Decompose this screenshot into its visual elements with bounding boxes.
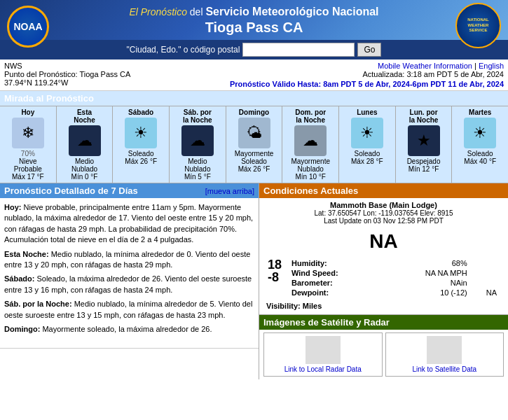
day-temp-2: Máx 26 °F	[114, 158, 168, 165]
left-panel: Pronóstico Detallado de 7 Días [mueva ar…	[0, 183, 259, 379]
day-desc-1: MedioNublado	[57, 158, 112, 173]
sat-img-0	[306, 336, 341, 364]
period-name-1: Esta Noche:	[4, 250, 49, 258]
nws-circle-icon: NATIONALWEATHERSERVICE	[455, 3, 501, 48]
english-link[interactable]: English	[479, 62, 504, 70]
forecast-day-3: Sáb. porla Noche ☁ MedioNublado Mín 5 °F	[170, 106, 226, 183]
valid-label: Pronóstico Válido Hasta:	[230, 80, 321, 88]
day-icon-7: ★	[408, 125, 440, 156]
forecast-period-1: Esta Noche: Medio nublado, la mínima alr…	[4, 249, 254, 271]
day-name-5: Dom. porla Noche	[283, 108, 338, 124]
del-text: del	[190, 6, 203, 18]
station-elev: 8915	[437, 209, 453, 217]
search-input[interactable]	[242, 43, 355, 57]
forecast-day-5: Dom. porla Noche ☁ MayormenteNublado Mín…	[282, 106, 339, 183]
forecast-point: Punto del Pronóstico: Tioga Pass CA	[4, 70, 130, 78]
service-name: Servicio Meteorológico Nacional	[205, 6, 378, 18]
barometer-label: Barometer:	[289, 278, 383, 288]
forecast-section-header: Mirada al Pronóstico	[0, 91, 508, 106]
day-temp-3: Mín 5 °F	[170, 173, 225, 181]
station-name: Mammoth Base (Main Lodge)	[263, 201, 504, 209]
detailed-forecast: Hoy: Nieve probable, principalmente entr…	[0, 198, 259, 349]
satellite-link-box-1: Link to Satellite Data	[385, 332, 504, 377]
temp-lo: -8	[268, 271, 282, 284]
visibility-unit: Miles	[303, 302, 322, 310]
main-content: Pronóstico Detallado de 7 Días [mueva ar…	[0, 183, 508, 379]
updated-info: Actualizada: 3:18 am PDT 5 de Abr, 2024	[230, 70, 504, 78]
station-lon: -119.037654	[378, 209, 418, 217]
day-desc-8: Soleado	[453, 150, 507, 158]
day-name-0: Hoy	[1, 108, 55, 116]
updated-value: 3:18 am PDT 5 de Abr, 2024	[406, 70, 504, 78]
day-name-2: Sábado	[114, 108, 168, 116]
humidity-row: Humidity: 68%	[289, 258, 500, 268]
forecast-day-1: EstaNoche ☁ MedioNublado Mín 0 °F	[57, 106, 114, 183]
sat-link-1[interactable]: Link to Satellite Data	[412, 365, 476, 373]
dewpoint-label: Dewpoint:	[289, 288, 383, 298]
detailed-header-text: Pronóstico Detallado de 7 Días	[4, 186, 138, 196]
noaa-logo: NOAA	[7, 6, 49, 48]
conditions-table-wrap: Humidity: 68% Wind Speed: NA NA MPH Baro…	[289, 258, 500, 298]
mueva-link[interactable]: [mueva arriba]	[205, 187, 254, 195]
current-conditions-header: Condiciones Actuales	[259, 183, 508, 198]
temp-row: 18 -8 Humidity: 68% Wind Speed: NA NA MP…	[263, 255, 504, 300]
info-links: Mobile Weather Information | English	[230, 62, 504, 70]
day-icon-5: ☁	[294, 125, 327, 156]
forecast-day-0: Hoy ❄ 70% NieveProbable Máx 17 °F	[0, 106, 57, 183]
point-label: Punto del Pronóstico:	[4, 70, 78, 78]
visibility-row: Visibility: Miles	[263, 300, 504, 312]
forecast-period-0: Hoy: Nieve probable, principalmente entr…	[4, 202, 254, 246]
current-conditions: Mammoth Base (Main Lodge) Lat: 37.650547…	[259, 198, 508, 314]
day-name-6: Lunes	[340, 108, 394, 116]
search-bar: "Ciudad, Edo." o código postal Go	[0, 40, 508, 59]
day-temp-8: Máx 40 °F	[453, 158, 507, 165]
info-left: NWS Punto del Pronóstico: Tioga Pass CA …	[4, 62, 130, 87]
day-desc-3: MedioNublado	[170, 158, 225, 173]
period-name-4: Domingo:	[4, 325, 40, 333]
mobile-weather-link[interactable]: Mobile Weather Information	[378, 62, 472, 70]
satellite-header: Imágenes de Satélite y Radar	[259, 315, 508, 330]
right-panel: Condiciones Actuales Mammoth Base (Main …	[259, 183, 508, 379]
day-desc-5: MayormenteNublado	[283, 158, 338, 173]
wind-value: NA NA MPH	[383, 268, 469, 278]
day-name-4: Domingo	[227, 108, 282, 116]
forecast-period-3: Sáb. por la Noche: Medio nublado, la mín…	[4, 299, 254, 321]
info-right: Mobile Weather Information | English Act…	[230, 62, 504, 88]
na-main: NA	[263, 227, 504, 255]
coords: 37.94°N 119.24°W	[4, 78, 130, 87]
forecast-period-4: Domingo: Mayormente soleado, la máxima a…	[4, 324, 254, 335]
day-name-8: Martes	[453, 108, 507, 116]
search-button[interactable]: Go	[357, 43, 381, 57]
forecast-day-4: Domingo 🌤 MayormenteSoleado Máx 26 °F	[226, 106, 283, 183]
forecast-period-2: Sábado: Soleado, la máxima alrededor de …	[4, 274, 254, 295]
updated-label: Actualizada:	[362, 70, 404, 78]
valid-value: 8am PDT 5 de Abr, 2024-6pm PDT 11 de Abr…	[323, 80, 504, 88]
day-icon-0: ❄	[12, 118, 44, 148]
noaa-text: NOAA	[13, 21, 42, 32]
period-name-0: Hoy:	[4, 203, 21, 211]
day-temp-7: Mín 12 °F	[397, 165, 451, 173]
header-subtitle: El Pronóstico del Servicio Meteorológico…	[7, 6, 501, 18]
day-temp-6: Máx 28 °F	[340, 158, 394, 165]
period-name-3: Sáb. por la Noche:	[4, 300, 72, 308]
day-desc-6: Soleado	[340, 150, 394, 158]
humidity-label: Humidity:	[289, 258, 383, 268]
station-update: Last Update on 03 Nov 12:58 PM PDT	[263, 217, 504, 225]
nws-label: NWS	[4, 62, 130, 70]
temp-numbers: 18 -8	[268, 258, 282, 284]
detailed-header-bar: Pronóstico Detallado de 7 Días [mueva ar…	[0, 183, 259, 198]
visibility-label: Visibility:	[266, 302, 301, 310]
barometer-row: Barometer: NAin	[289, 278, 500, 288]
period-name-2: Sábado:	[4, 274, 34, 283]
dewpoint-row: Dewpoint: 10 (-12) NA	[289, 288, 500, 298]
day-desc-2: Soleado	[114, 150, 168, 158]
forecast-day-7: Lun. porla Noche ★ Despejado Mín 12 °F	[396, 106, 453, 183]
sat-link-0[interactable]: Link to Local Radar Data	[284, 365, 362, 373]
sat-img-1	[427, 336, 462, 364]
search-label: "Ciudad, Edo." o código postal	[127, 45, 240, 55]
day-icon-1: ☁	[69, 125, 101, 156]
day-icon-2: ☀	[125, 118, 157, 148]
day-temp-0: Máx 17 °F	[1, 173, 55, 181]
location-title: Tioga Pass CA	[7, 20, 501, 36]
day-temp-1: Mín 0 °F	[57, 173, 112, 181]
